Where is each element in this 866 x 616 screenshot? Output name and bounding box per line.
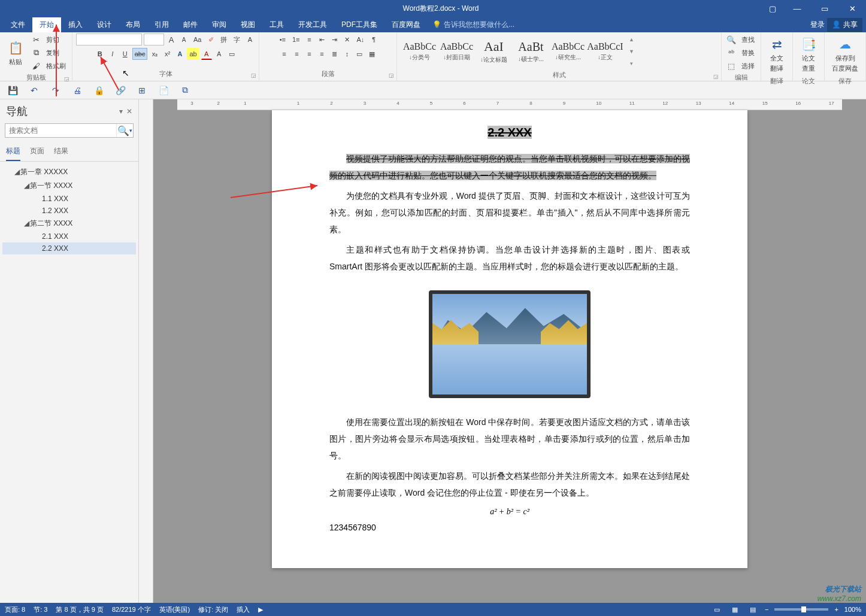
subscript-button[interactable]: x₂	[149, 48, 160, 60]
change-case-button[interactable]: Aa	[191, 34, 204, 45]
minimize-button[interactable]: —	[783, 0, 811, 17]
qat-print-button[interactable]: 🖨	[71, 84, 84, 97]
qat-lock-button[interactable]: 🔒	[92, 84, 105, 97]
tell-me[interactable]: 💡 告诉我您想要做什么...	[432, 20, 514, 30]
document-page[interactable]: 2.2 XXX 视频提供了功能强大的方法帮助您证明您的观点。当您单击联机视频时，…	[272, 110, 747, 568]
tab-home[interactable]: 开始	[32, 17, 61, 32]
qat-redo-button[interactable]: ↷	[49, 84, 62, 97]
styles-down-button[interactable]: ▼	[626, 45, 637, 57]
italic-button[interactable]: I	[107, 48, 118, 60]
login-link[interactable]: 登录	[810, 20, 825, 30]
text-effects-button[interactable]: A	[174, 48, 185, 60]
bullets-button[interactable]: •≡	[277, 34, 288, 45]
tab-mailings[interactable]: 邮件	[176, 17, 205, 32]
cjk-layout-button[interactable]: ✕	[341, 34, 352, 45]
shading-button[interactable]: ▭	[354, 48, 365, 60]
numbering-button[interactable]: 1≡	[290, 34, 302, 45]
style-card[interactable]: AaBbCc↓封面日期	[438, 35, 475, 68]
zoom-out-button[interactable]: −	[765, 606, 768, 613]
nav-tab-results[interactable]: 结果	[54, 144, 68, 161]
tab-developer[interactable]: 开发工具	[291, 17, 334, 32]
multilevel-list-button[interactable]: ≡	[304, 34, 314, 45]
dialog-launcher-icon[interactable]: ◲	[251, 72, 256, 78]
view-web-layout-button[interactable]: ▤	[747, 605, 759, 614]
qat-table-button[interactable]: ⊞	[135, 84, 149, 97]
qat-link-button[interactable]: 🔗	[114, 84, 127, 97]
select-button[interactable]: 选择	[739, 60, 757, 72]
qat-window-button[interactable]: ⧉	[178, 84, 192, 97]
sort-button[interactable]: A↓	[354, 34, 367, 45]
nav-node[interactable]: ◢第一节 XXXX	[2, 179, 136, 193]
font-size-input[interactable]	[144, 34, 164, 45]
tab-design[interactable]: 设计	[90, 17, 119, 32]
paste-button[interactable]: 📋 粘贴	[4, 37, 28, 69]
tab-view[interactable]: 视图	[234, 17, 262, 32]
style-card[interactable]: AaBbCcI↓正文	[586, 35, 623, 68]
status-track-changes[interactable]: 修订: 关闭	[198, 605, 228, 614]
superscript-button[interactable]: x²	[162, 48, 172, 60]
maximize-button[interactable]: ▭	[811, 0, 838, 17]
phonetic-button[interactable]: 拼	[218, 34, 229, 45]
style-card[interactable]: AaI↓论文标题	[475, 35, 512, 68]
show-marks-button[interactable]: ¶	[368, 34, 379, 45]
style-card[interactable]: AaBbCc↓分类号	[401, 35, 438, 68]
decrease-indent-button[interactable]: ⇤	[316, 34, 327, 45]
line-spacing-button[interactable]: ↕	[341, 48, 352, 60]
shrink-font-button[interactable]: A	[178, 34, 189, 45]
format-painter-button[interactable]: 格式刷	[44, 60, 68, 72]
strikethrough-button[interactable]: abc	[132, 48, 148, 60]
align-left-button[interactable]: ≡	[278, 48, 289, 60]
styles-up-button[interactable]: ▲	[626, 34, 637, 45]
nav-tab-pages[interactable]: 页面	[30, 144, 44, 161]
nav-node[interactable]: 1.1 XXX	[2, 193, 136, 205]
view-read-mode-button[interactable]: ▭	[711, 605, 723, 614]
bold-button[interactable]: B	[95, 48, 105, 60]
status-page[interactable]: 页面: 8	[5, 605, 25, 614]
dialog-launcher-icon[interactable]: ◲	[713, 74, 719, 80]
align-center-button[interactable]: ≡	[291, 48, 302, 60]
tab-references[interactable]: 引用	[147, 17, 176, 32]
vertical-ruler[interactable]	[139, 99, 153, 603]
doc-paragraph-selected[interactable]: 视频提供了功能强大的方法帮助您证明您的观点。当您单击联机视频时，可以在想要添加的…	[329, 150, 690, 184]
tab-file[interactable]: 文件	[4, 17, 32, 32]
doc-paragraph[interactable]: 使用在需要位置出现的新按钮在 Word 中保存时间。若要更改图片适应文档的方式，…	[329, 414, 690, 464]
status-macro-icon[interactable]: ▶	[258, 606, 263, 614]
ribbon-display-options[interactable]: ▢	[762, 0, 783, 17]
style-card[interactable]: AaBt↓硕士学...	[512, 35, 549, 68]
doc-paragraph[interactable]: 主题和样式也有助于文档保持协调。当您单击设计并选择新的主题时，图片、图表或 Sm…	[329, 241, 690, 275]
translate-button[interactable]: ⇄全文翻译	[765, 34, 789, 75]
char-border2-button[interactable]: ▭	[226, 48, 237, 60]
doc-image[interactable]	[429, 290, 591, 398]
nav-search-button[interactable]: 🔍▾	[116, 124, 133, 137]
zoom-level[interactable]: 100%	[844, 606, 861, 613]
tab-baidu-netdisk[interactable]: 百度网盘	[384, 17, 428, 32]
document-scroll[interactable]: 321 123 456 789 101112 131415 1617 2.2 X…	[153, 99, 866, 603]
nav-node[interactable]: ◢第一章 XXXXX	[2, 165, 136, 179]
lookup-button[interactable]: 📑论文查重	[797, 34, 820, 75]
font-name-input[interactable]	[76, 34, 142, 45]
nav-node[interactable]: 2.1 XXX	[2, 230, 136, 242]
font-color-button[interactable]: A	[201, 48, 212, 60]
tab-tools[interactable]: 工具	[262, 17, 291, 32]
view-print-layout-button[interactable]: ▦	[729, 605, 741, 614]
styles-gallery[interactable]: AaBbCc↓分类号 AaBbCc↓封面日期 AaI↓论文标题 AaBt↓硕士学…	[401, 35, 623, 68]
align-justify-button[interactable]: ≡	[316, 48, 327, 60]
style-card[interactable]: AaBbCc↓研究生...	[549, 35, 586, 68]
share-button[interactable]: 👤 共享	[827, 18, 862, 32]
char-shading-button[interactable]: A	[214, 48, 225, 60]
find-button[interactable]: 查找	[739, 34, 757, 45]
nav-node[interactable]: ◢第二节 XXXX	[2, 217, 136, 230]
highlight-button[interactable]: ab	[187, 48, 199, 60]
qat-doc-button[interactable]: 📄	[157, 84, 170, 97]
status-language[interactable]: 英语(美国)	[159, 605, 190, 614]
doc-heading[interactable]: 2.2 XXX	[329, 126, 690, 139]
doc-formula[interactable]: a² + b² = c²	[329, 507, 690, 517]
char-border-button[interactable]: A	[244, 34, 255, 45]
doc-numbers[interactable]: 1234567890	[329, 523, 690, 532]
styles-more-button[interactable]: ▾	[626, 57, 637, 69]
doc-paragraph[interactable]: 为使您的文档具有专业外观，Word 提供了页眉、页脚、封面和文本框设计，这些设计…	[329, 187, 690, 238]
grow-font-button[interactable]: A	[166, 34, 177, 45]
tab-insert[interactable]: 插入	[61, 17, 90, 32]
qat-undo-button[interactable]: ↶	[28, 84, 41, 97]
nav-dropdown-icon[interactable]: ▾	[119, 107, 123, 116]
